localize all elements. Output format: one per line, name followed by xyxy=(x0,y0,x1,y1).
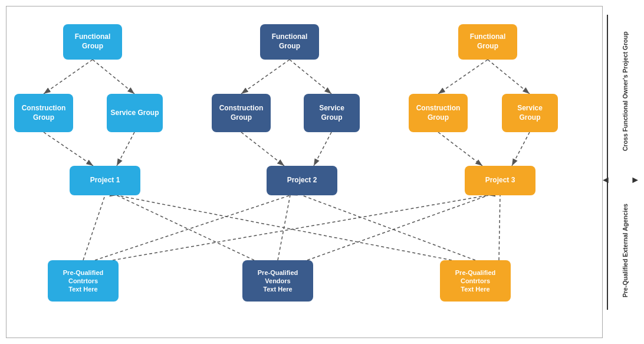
svg-line-5 xyxy=(117,132,134,166)
svg-line-11 xyxy=(488,60,530,94)
construction-group-3: ConstructionGroup xyxy=(409,94,468,132)
service-group-3: ServiceGroup xyxy=(502,94,558,132)
right-labels: Cross Functional Owner's Project Group ◄… xyxy=(603,0,644,344)
construction-group-1: Construction Group xyxy=(14,94,73,132)
prequalified-3: Pre-QualifiedContrtorsText Here xyxy=(440,260,511,302)
right-label-top: Cross Functional Owner's Project Group xyxy=(610,15,640,168)
right-label-bottom: Pre-Qualified External Agencies xyxy=(610,192,640,310)
svg-line-22 xyxy=(499,195,500,260)
svg-line-14 xyxy=(83,195,105,260)
svg-line-2 xyxy=(44,60,93,94)
service-group-2: ServiceGroup xyxy=(304,94,360,132)
svg-line-21 xyxy=(302,195,475,260)
svg-line-17 xyxy=(117,195,254,260)
prequalified-2: Pre-QualifiedVendorsText Here xyxy=(242,260,313,302)
svg-line-6 xyxy=(241,60,290,94)
construction-group-2: ConstructionGroup xyxy=(212,94,271,132)
svg-line-13 xyxy=(512,132,530,166)
project-2: Project 2 xyxy=(267,166,337,195)
svg-line-16 xyxy=(113,195,488,260)
svg-line-3 xyxy=(93,60,134,94)
svg-line-9 xyxy=(314,132,331,166)
main-wrapper: Functional Group Construction Group Serv… xyxy=(0,0,644,344)
svg-line-12 xyxy=(438,132,482,166)
functional-group-1: Functional Group xyxy=(63,24,122,60)
svg-line-4 xyxy=(44,132,93,166)
project-3: Project 3 xyxy=(465,166,535,195)
prequalified-1: Pre-QualifiedContrtorsText Here xyxy=(48,260,119,302)
diagram-area: Functional Group Construction Group Serv… xyxy=(6,6,603,338)
svg-line-20 xyxy=(117,195,452,260)
functional-group-3: FunctionalGroup xyxy=(458,24,517,60)
divider-arrow: ◄ ► xyxy=(606,168,641,192)
project-1: Project 1 xyxy=(70,166,140,195)
svg-line-10 xyxy=(438,60,488,94)
svg-line-18 xyxy=(278,195,290,260)
functional-group-2: FunctionalGroup xyxy=(260,24,319,60)
svg-line-8 xyxy=(241,132,284,166)
svg-line-7 xyxy=(290,60,331,94)
service-group-1: Service Group xyxy=(107,94,163,132)
svg-line-15 xyxy=(95,195,290,260)
svg-line-19 xyxy=(307,195,488,260)
